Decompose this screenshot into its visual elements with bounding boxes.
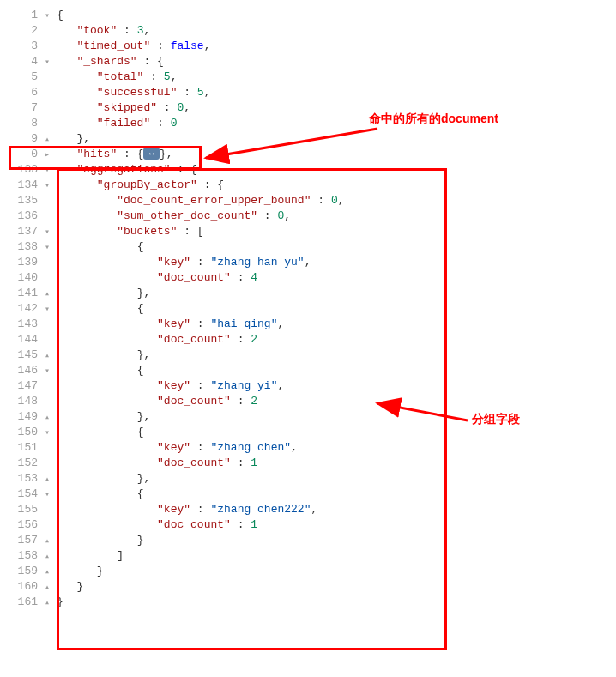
line-number[interactable]: 159▴	[0, 565, 41, 577]
line-number[interactable]: 135	[0, 194, 41, 207]
token: "buckets"	[117, 225, 177, 238]
line-number[interactable]: 147	[0, 379, 41, 392]
line-number[interactable]: 9▴	[0, 132, 41, 145]
code-line: 3 "timed_out" : false,	[0, 38, 616, 53]
token: "skipped"	[97, 101, 157, 114]
code-line: 1▾{	[0, 7, 616, 22]
line-number[interactable]: 141▴	[0, 287, 41, 299]
line-number[interactable]: 148	[0, 395, 41, 408]
token: ,	[311, 503, 317, 516]
line-number[interactable]: 8	[0, 117, 41, 130]
code-line: 157▴ }	[0, 532, 616, 547]
token: ,	[204, 86, 211, 99]
token: "key"	[157, 379, 190, 392]
collapsed-region-badge[interactable]: ↔	[143, 148, 160, 160]
code-content: {	[41, 364, 143, 377]
line-number[interactable]: 3	[0, 39, 41, 52]
token: :	[150, 39, 170, 52]
line-number[interactable]: 161▴	[0, 595, 41, 608]
token: "groupBy_actor"	[97, 178, 197, 191]
code-line: 134▾ "groupBy_actor" : {	[0, 177, 616, 192]
token: :	[190, 317, 210, 330]
code-line: 6 "successful" : 5,	[0, 84, 616, 100]
code-content: "doc_count" : 1	[41, 518, 257, 531]
token: "aggregations"	[76, 163, 170, 176]
token: },	[76, 132, 90, 145]
code-line: 151 "key" : "zhang chen",	[0, 439, 616, 455]
line-number[interactable]: 133▾	[0, 163, 41, 176]
code-content: }	[41, 565, 104, 577]
token: ,	[338, 194, 345, 207]
token: 0	[331, 194, 338, 207]
token: "zhang chen222"	[210, 503, 311, 516]
code-content: "key" : "hai qing",	[41, 317, 284, 330]
token: }	[57, 595, 63, 608]
code-line: 160▴ }	[0, 578, 616, 594]
token: ,	[171, 70, 178, 83]
code-line: 149▴ },	[0, 408, 616, 424]
line-number[interactable]: 5	[0, 70, 41, 83]
code-line: 142▾ {	[0, 300, 616, 316]
code-content: }	[41, 534, 143, 547]
token: ,	[291, 441, 298, 454]
line-number[interactable]: 155	[0, 503, 41, 516]
line-number[interactable]: 158▴	[0, 549, 41, 562]
code-line: 5 "total" : 5,	[0, 69, 616, 84]
line-number[interactable]: 140	[0, 271, 41, 284]
token: {	[137, 302, 144, 315]
line-number[interactable]: 136	[0, 209, 41, 222]
token: },	[137, 410, 151, 423]
code-content: "successful" : 5,	[41, 86, 210, 99]
token: ,	[305, 256, 311, 269]
line-number[interactable]: 153▴	[0, 472, 41, 485]
code-content: },	[41, 348, 150, 361]
line-number[interactable]: 6	[0, 86, 41, 99]
code-line: 141▴ },	[0, 285, 616, 300]
token: "doc_count"	[157, 518, 231, 531]
token: :	[190, 256, 210, 269]
line-number[interactable]: 1▾	[0, 9, 41, 21]
code-content: },	[41, 287, 150, 299]
line-number[interactable]: 160▴	[0, 580, 41, 593]
token: : {	[137, 55, 164, 68]
line-number[interactable]: 145▴	[0, 348, 41, 361]
line-number[interactable]: 157▴	[0, 534, 41, 547]
code-content: "took" : 3,	[41, 24, 150, 37]
line-number[interactable]: 138▾	[0, 240, 41, 253]
line-number[interactable]: 139	[0, 256, 41, 269]
line-number[interactable]: 134▾	[0, 178, 41, 191]
code-content: "_shards" : {	[41, 55, 164, 68]
code-line: 8 "failed" : 0	[0, 115, 616, 130]
line-number[interactable]: 146▾	[0, 364, 41, 377]
line-number[interactable]: 7	[0, 101, 41, 114]
token: "_shards"	[76, 55, 136, 68]
code-line: 140 "doc_count" : 4	[0, 269, 616, 285]
line-number[interactable]: 2	[0, 24, 41, 37]
line-number[interactable]: 151	[0, 441, 41, 454]
code-line: 4▾ "_shards" : {	[0, 53, 616, 69]
line-number[interactable]: 142▾	[0, 302, 41, 315]
token: ,	[184, 101, 190, 114]
code-line: 144 "doc_count" : 2	[0, 331, 616, 347]
line-number[interactable]: 137▾	[0, 225, 41, 238]
code-content: },	[41, 410, 150, 423]
line-number[interactable]: 156	[0, 518, 41, 531]
line-number[interactable]: 150▾	[0, 426, 41, 438]
line-number[interactable]: 0▸	[0, 148, 41, 160]
code-line: 154▾ {	[0, 486, 616, 501]
code-content: "key" : "zhang han yu",	[41, 256, 311, 269]
code-line: 161▴}	[0, 594, 616, 609]
token: "doc_count"	[157, 271, 231, 284]
line-number[interactable]: 152	[0, 456, 41, 469]
line-number[interactable]: 149▴	[0, 410, 41, 423]
token: 1	[251, 456, 257, 469]
token: :	[231, 518, 251, 531]
line-number[interactable]: 144	[0, 333, 41, 346]
token: "key"	[157, 503, 190, 516]
line-number[interactable]: 4▾	[0, 55, 41, 68]
line-number[interactable]: 154▾	[0, 487, 41, 500]
token: :	[150, 117, 170, 130]
token: "doc_count"	[157, 333, 231, 346]
line-number[interactable]: 143	[0, 317, 41, 330]
code-content: {	[41, 9, 63, 21]
